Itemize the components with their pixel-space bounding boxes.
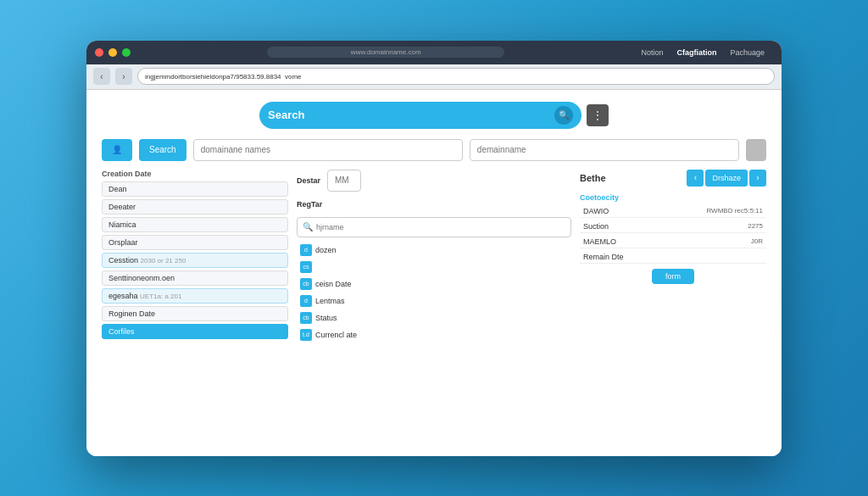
pagination: ‹ Drshaze ›	[687, 170, 766, 187]
list-item: DAWIO RWMBD rec5:5:11	[580, 205, 766, 218]
list-item[interactable]: Niamica	[102, 217, 288, 232]
browser-toolbar: ‹ ›	[86, 64, 782, 90]
extra-button[interactable]	[746, 139, 766, 161]
tab-notion[interactable]: Notion	[641, 48, 663, 57]
right-section-title: Coetoecity	[580, 192, 766, 203]
browser-content: Search 🔍 ⋮ 👤 Search Creation Date	[86, 90, 782, 456]
url-bar[interactable]: www.domainname.com	[267, 47, 504, 58]
right-panel-header: Bethe ‹ Drshaze ›	[580, 170, 766, 187]
tab-cfagfiation[interactable]: Cfagfiation	[676, 48, 716, 57]
back-button[interactable]: ‹	[93, 68, 110, 85]
list-item[interactable]: Orsplaar	[102, 235, 288, 250]
action-button[interactable]: form	[652, 269, 694, 284]
list-item[interactable]: cb ceisn Date	[297, 276, 571, 292]
list-item[interactable]: Roginen Date	[102, 306, 288, 321]
mini-search-input[interactable]	[316, 223, 565, 231]
mini-search-row: 🔍	[297, 217, 571, 237]
list-item: MAEMLO J0R	[580, 236, 766, 248]
search-icon-button[interactable]: 🔍	[554, 106, 573, 125]
filter-row: 👤 Search	[102, 139, 766, 161]
titlebar-url-area: www.domainname.com	[136, 47, 636, 58]
list-item[interactable]: cb Status	[297, 310, 571, 326]
list-item[interactable]: Cesstion 2030 or 21 250	[102, 253, 288, 268]
minimize-icon[interactable]	[108, 48, 117, 57]
prev-page-button[interactable]: ‹	[687, 170, 704, 187]
next-page-button[interactable]: ›	[749, 170, 766, 187]
list-item[interactable]: d dozen	[297, 242, 571, 258]
right-field-list: DAWIO RWMBD rec5:5:11 Suction 2275 MAEML…	[580, 205, 766, 264]
result-icon: t.d	[300, 329, 312, 341]
right-btn-row: form	[580, 269, 766, 284]
destar-input[interactable]	[327, 170, 361, 192]
regtar-label: RegTar	[297, 200, 571, 209]
list-item[interactable]: Dean	[102, 181, 288, 197]
main-layout: Creation Date Dean Deeater Niamica Orspl…	[102, 170, 766, 343]
search-label: Search	[268, 109, 548, 121]
destar-label: Destar	[297, 176, 320, 185]
domain-name-filter[interactable]	[470, 139, 739, 161]
result-icon: cb	[300, 278, 312, 290]
result-icon: d	[300, 295, 312, 307]
mini-search-icon: 🔍	[303, 222, 313, 231]
list-item: Remain Dte	[580, 251, 766, 264]
tab-pachuage[interactable]: Pachuage	[730, 48, 765, 57]
browser-window: www.domainname.com Notion Cfagfiation Pa…	[86, 41, 782, 456]
list-item[interactable]: egesaha UET1a: a 201	[102, 288, 288, 304]
domain-names-filter[interactable]	[193, 139, 463, 161]
result-icon: cs	[300, 261, 312, 273]
list-item[interactable]: Senttinoneonm.oen	[102, 270, 288, 286]
list-item[interactable]: t.d Currencl ate	[297, 327, 571, 343]
close-icon[interactable]	[95, 48, 103, 57]
left-panel-title: Creation Date	[102, 170, 288, 178]
right-panel: Bethe ‹ Drshaze › Coetoecity DAWIO RWMBD…	[580, 170, 766, 343]
list-item[interactable]: d Lentmas	[297, 293, 571, 309]
list-item[interactable]: cs	[297, 259, 571, 275]
field-list: Dean Deeater Niamica Orsplaar Cesstion 2…	[102, 181, 288, 339]
maximize-icon[interactable]	[122, 48, 131, 57]
search-section: Search 🔍 ⋮	[102, 102, 766, 129]
user-icon-button[interactable]: 👤	[102, 139, 132, 161]
result-icon: cb	[300, 312, 312, 324]
middle-panel: Destar RegTar 🔍 d dozen cs	[297, 170, 571, 343]
left-panel: Creation Date Dean Deeater Niamica Orspl…	[102, 170, 288, 343]
search-icon: 🔍	[559, 110, 569, 120]
search-button[interactable]: Search	[139, 139, 186, 161]
forward-button[interactable]: ›	[115, 68, 132, 85]
list-item[interactable]: Corfiles	[102, 324, 288, 339]
menu-button[interactable]: ⋮	[587, 104, 609, 126]
result-icon: d	[300, 244, 312, 256]
address-bar[interactable]	[137, 68, 775, 85]
list-item: Suction 2275	[580, 220, 766, 233]
list-item[interactable]: Deeater	[102, 199, 288, 215]
browser-titlebar: www.domainname.com Notion Cfagfiation Pa…	[86, 41, 782, 64]
titlebar-tabs: Notion Cfagfiation Pachuage	[641, 48, 765, 57]
search-bar-wrapper: Search 🔍	[259, 102, 581, 129]
result-list: d dozen cs cb ceisn Date d Lentmas	[297, 242, 571, 343]
right-panel-title: Bethe	[580, 173, 606, 183]
page-label: Drshaze	[705, 170, 748, 187]
menu-icon: ⋮	[593, 109, 603, 121]
